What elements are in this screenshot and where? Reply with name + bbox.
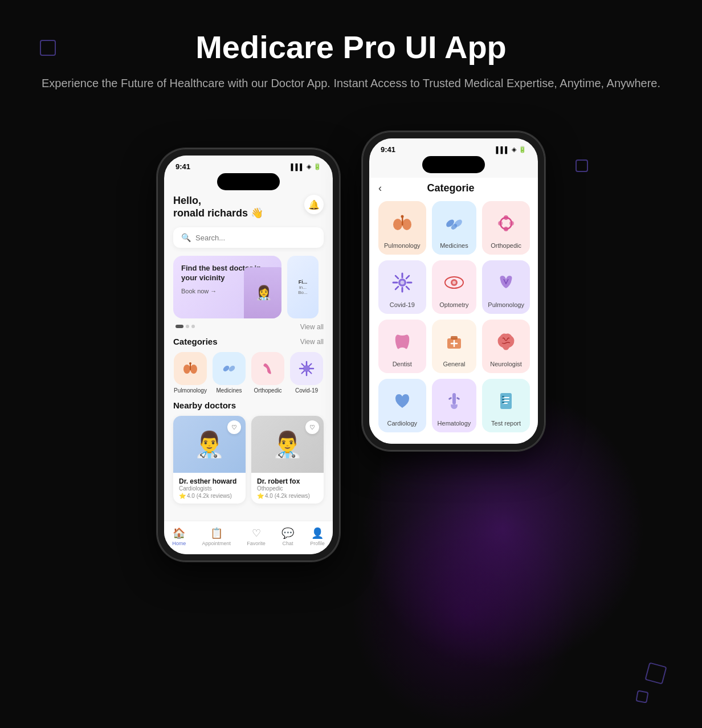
profile-icon: 👤	[311, 527, 324, 539]
svg-rect-51	[502, 396, 504, 398]
cat-item-pulmonology[interactable]: Pulmonology	[173, 352, 207, 394]
phone-1-status-icons: ▌▌▌ ◈ 🔋	[291, 163, 321, 170]
doctors-row: 👨‍⚕️ ♡ Dr. esther howard Cardiologists ⭐…	[173, 416, 324, 504]
grid-pulmonology-2[interactable]: Pulmonology	[482, 260, 530, 314]
svg-rect-41	[451, 336, 458, 340]
cat-item-orthopedic[interactable]: Orthopedic	[251, 352, 285, 394]
svg-rect-45	[448, 397, 452, 400]
categorie-title: Categorie	[386, 182, 515, 194]
cat-icon-orthopedic	[251, 352, 284, 385]
dots-row: View all	[173, 323, 324, 331]
banner-card-2[interactable]: Fi... in... Bo...	[287, 256, 319, 318]
svg-point-16	[402, 219, 411, 230]
icon-covid	[388, 268, 417, 297]
svg-point-25	[498, 221, 503, 226]
icon-hematology	[440, 387, 468, 415]
icon-pulmonology-1	[388, 209, 417, 238]
svg-point-1	[190, 365, 197, 374]
icon-orthopedic	[492, 209, 520, 238]
svg-point-24	[504, 227, 508, 231]
bell-icon[interactable]: 🔔	[304, 195, 324, 214]
grid-label-orthopedic: Orthopedic	[491, 242, 521, 249]
doctor-card-2[interactable]: 👨‍⚕️ ♡ Dr. robert fox Othopedic ⭐ 4.0 (4…	[251, 416, 324, 504]
categories-label: Categories	[173, 337, 218, 346]
doctor-1-spec: Cardiologists	[179, 485, 240, 492]
icon-medicines	[440, 209, 468, 238]
nav-chat[interactable]: 💬 Chat	[281, 527, 294, 546]
svg-point-4	[222, 365, 230, 373]
page-subtitle: Experience the Future of Healthcare with…	[11, 75, 691, 92]
heart-btn-2[interactable]: ♡	[305, 420, 319, 434]
svg-point-26	[509, 221, 514, 226]
grid-optometry[interactable]: Optometry	[432, 260, 477, 314]
nearby-header: Nearby doctors	[173, 400, 324, 410]
phone-2-status-icons: ▌▌▌ ◈ 🔋	[496, 146, 526, 153]
grid-orthopedic[interactable]: Orthopedic	[482, 201, 530, 255]
phone-1-shell: 9:41 ▌▌▌ ◈ 🔋 Hello, ronald richa	[157, 149, 340, 561]
svg-line-12	[309, 364, 312, 366]
grid-hematology[interactable]: Hematology	[432, 379, 477, 432]
svg-line-14	[309, 371, 312, 374]
phone-2-content: ‹ Categorie Pulmonology	[369, 178, 538, 444]
grid-neurologist[interactable]: Neurologist	[482, 320, 530, 373]
greeting-username: ronald richards 👋	[173, 207, 263, 219]
home-icon: 🏠	[173, 527, 185, 539]
chat-icon: 💬	[281, 527, 294, 539]
banner-2-title: Fi...	[299, 279, 308, 285]
cat-icon-pulmonology	[174, 352, 207, 385]
nearby-label: Nearby doctors	[173, 400, 236, 410]
cat-label-medicines: Medicines	[216, 387, 242, 394]
cat-item-covid[interactable]: Covid-19	[289, 352, 324, 394]
phone-1-content: Hello, ronald richards 👋 🔔 🔍 Find the	[164, 195, 333, 515]
greeting-row: Hello, ronald richards 👋 🔔	[173, 195, 324, 219]
nav-profile[interactable]: 👤 Profile	[310, 527, 325, 546]
back-button[interactable]: ‹	[378, 182, 382, 194]
category-grid: Pulmonology Medicines Or	[378, 201, 529, 432]
dot-1	[176, 325, 183, 328]
cat-label-pulmonology: Pulmonology	[174, 387, 207, 394]
doctor-2-spec: Othopedic	[257, 485, 318, 492]
heart-btn-1[interactable]: ♡	[227, 420, 241, 434]
phone-2-status-bar: 9:41 ▌▌▌ ◈ 🔋	[369, 138, 538, 156]
nav-home[interactable]: 🏠 Home	[172, 527, 186, 546]
grid-label-pulmonology-1: Pulmonology	[384, 242, 421, 249]
cat-label-covid: Covid-19	[295, 387, 318, 394]
doctor-card-1[interactable]: 👨‍⚕️ ♡ Dr. esther howard Cardiologists ⭐…	[173, 416, 246, 504]
favorite-icon: ♡	[252, 527, 261, 539]
grid-pulmonology-1[interactable]: Pulmonology	[378, 201, 426, 255]
phone-1: 9:41 ▌▌▌ ◈ 🔋 Hello, ronald richa	[157, 149, 340, 561]
svg-rect-52	[502, 399, 504, 400]
svg-line-33	[406, 276, 409, 279]
search-input[interactable]	[195, 234, 316, 242]
grid-label-medicines: Medicines	[440, 242, 468, 249]
phone-2-time: 9:41	[381, 145, 395, 154]
greeting-text: Hello, ronald richards 👋	[173, 195, 263, 219]
doctor-1-info: Dr. esther howard Cardiologists ⭐ 4.0 (4…	[173, 473, 246, 504]
svg-point-0	[183, 365, 190, 374]
grid-general[interactable]: General	[432, 320, 477, 373]
svg-point-23	[504, 215, 508, 220]
nav-favorite-label: Favorite	[247, 541, 266, 546]
view-all-banner[interactable]: View all	[300, 323, 324, 331]
carousel-dots	[173, 325, 195, 328]
view-all-categories[interactable]: View all	[300, 338, 324, 346]
banner-card-1[interactable]: Find the best doctor in your vicinity Bo…	[173, 256, 281, 318]
phone-2-header: ‹ Categorie	[378, 178, 529, 201]
svg-line-32	[395, 276, 398, 279]
grid-dentist[interactable]: Dentist	[378, 320, 426, 373]
nav-favorite[interactable]: ♡ Favorite	[247, 527, 266, 546]
grid-cardiology[interactable]: Cardiology	[378, 379, 426, 432]
icon-general	[440, 328, 468, 356]
nav-appointment[interactable]: 📋 Appointment	[202, 527, 231, 546]
grid-label-cardiology: Cardiology	[387, 420, 418, 427]
search-bar[interactable]: 🔍	[173, 227, 324, 248]
grid-medicines[interactable]: Medicines	[432, 201, 477, 255]
doctor-1-name: Dr. esther howard	[179, 477, 240, 485]
phone-2: 9:41 ▌▌▌ ◈ 🔋 ‹ Categorie	[362, 132, 545, 451]
nav-home-label: Home	[172, 541, 186, 546]
nav-appointment-label: Appointment	[202, 541, 231, 546]
cat-icon-medicines	[213, 352, 246, 385]
cat-item-medicines[interactable]: Medicines	[212, 352, 246, 394]
grid-covid[interactable]: Covid-19	[378, 260, 426, 314]
grid-test-report[interactable]: Test report	[482, 379, 530, 432]
